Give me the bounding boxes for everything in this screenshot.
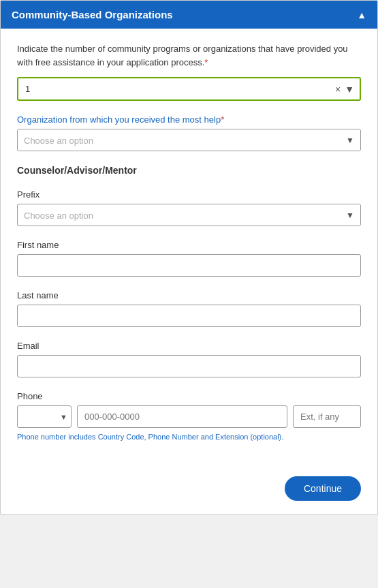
counselor-section-label-group: Counselor/Advisor/Mentor — [17, 165, 361, 176]
prefix-group: Prefix ▼ Choose an option — [17, 189, 361, 226]
phone-hint: Phone number includes Country Code, Phon… — [17, 432, 361, 442]
card-body: Indicate the number of community program… — [1, 29, 377, 469]
num-programs-arrow-icon: ▼ — [345, 84, 354, 95]
num-programs-controls: × ▼ — [335, 77, 361, 101]
prefix-label: Prefix — [17, 189, 361, 200]
first-name-label: First name — [17, 240, 361, 250]
last-name-label: Last name — [17, 290, 361, 300]
email-input[interactable] — [17, 355, 361, 377]
num-programs-clear-button[interactable]: × — [335, 84, 341, 94]
num-programs-wrapper: 1 2 3 × ▼ — [17, 77, 361, 101]
phone-country-wrapper: ▼ — [17, 405, 72, 428]
phone-country-select[interactable] — [17, 405, 72, 428]
community-based-organizations-card: Community-Based Organizations ▲ Indicate… — [0, 0, 378, 515]
phone-number-input[interactable] — [77, 405, 287, 428]
organization-group: Organization from which you received the… — [17, 114, 361, 151]
card-header: Community-Based Organizations ▲ — [1, 1, 377, 29]
prefix-select[interactable] — [17, 204, 361, 226]
continue-row: Continue — [1, 469, 377, 514]
prefix-select-wrapper: ▼ Choose an option — [17, 204, 361, 226]
num-programs-group: 1 2 3 × ▼ — [17, 77, 361, 101]
num-programs-select[interactable]: 1 2 3 — [17, 77, 361, 101]
section-description: Indicate the number of community program… — [17, 42, 361, 69]
counselor-section-label: Counselor/Advisor/Mentor — [17, 165, 361, 176]
organization-select[interactable] — [17, 129, 361, 151]
email-label: Email — [17, 341, 361, 351]
organization-select-wrapper: ▼ Choose an option — [17, 129, 361, 151]
phone-ext-input[interactable] — [293, 405, 361, 428]
last-name-input[interactable] — [17, 305, 361, 327]
email-group: Email — [17, 341, 361, 377]
collapse-icon[interactable]: ▲ — [357, 10, 366, 20]
organization-label: Organization from which you received the… — [17, 114, 361, 125]
phone-group: Phone ▼ Phone number includes Country Co… — [17, 391, 361, 442]
first-name-input[interactable] — [17, 254, 361, 277]
phone-label: Phone — [17, 391, 361, 401]
last-name-group: Last name — [17, 290, 361, 327]
first-name-group: First name — [17, 240, 361, 277]
continue-button[interactable]: Continue — [285, 476, 361, 501]
card-title: Community-Based Organizations — [12, 9, 173, 20]
phone-row: ▼ — [17, 405, 361, 428]
